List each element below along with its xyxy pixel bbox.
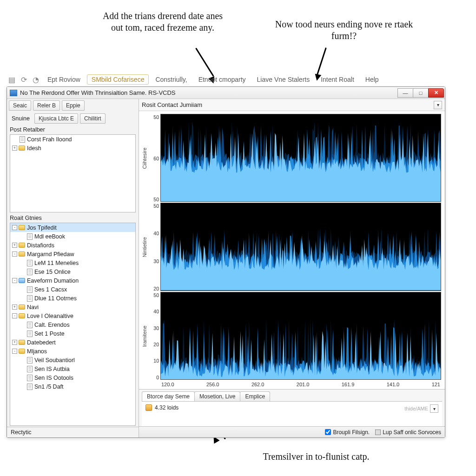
tree-toggle-icon[interactable]: + xyxy=(12,340,17,345)
status-checkbox-1[interactable]: Broupli Filsign. xyxy=(325,429,370,436)
bottom-tab[interactable]: Emplice xyxy=(240,391,270,401)
main-pane: Rosit Contact Jumiiam ▾ Ciihtesire506050… xyxy=(139,99,445,437)
tree-toggle-icon[interactable]: + xyxy=(12,304,17,310)
main-window: No The Rerdond Offer With Thrinsialtion … xyxy=(7,86,445,438)
folder-icon xyxy=(19,225,25,230)
chart-panel: Iramitene50403020100 xyxy=(141,292,441,381)
menu-item[interactable]: Constriully, xyxy=(151,74,192,85)
tree-item[interactable]: Mdl eeBook xyxy=(10,232,135,241)
close-button[interactable]: ✕ xyxy=(428,88,444,98)
menu-item[interactable]: Etnoot cmoparty xyxy=(194,74,251,85)
dropdown-button[interactable]: ▾ xyxy=(430,404,438,413)
document-icon xyxy=(27,357,33,364)
menu-item[interactable]: SMbild Cofarisece xyxy=(87,74,149,85)
tree-item[interactable]: +Navi xyxy=(10,303,135,311)
sidebar-button[interactable]: Kjusica Lbtc E xyxy=(34,113,78,124)
tree-item[interactable]: Ese 15 Onlice xyxy=(10,267,135,276)
tree-item-label: Set 1 Poste xyxy=(34,331,65,337)
shield-icon[interactable]: ◔ xyxy=(31,74,41,85)
tree-toggle-icon[interactable]: - xyxy=(12,278,17,283)
document-icon xyxy=(27,233,33,240)
folder-icon xyxy=(19,278,25,283)
annotation-left: Add the trians drerend date anes out tom… xyxy=(98,10,228,33)
tree-item[interactable]: Veil Soubantiorl xyxy=(10,356,135,364)
maximize-button[interactable]: □ xyxy=(413,88,429,98)
tree-item[interactable]: Sen IS Autbia xyxy=(10,364,135,373)
tree-item[interactable]: -Margarnd Pfiedaw xyxy=(10,250,135,258)
checkbox-icon[interactable] xyxy=(325,429,331,435)
tree-item-label: Navi xyxy=(27,304,39,311)
tree-toggle-icon[interactable]: - xyxy=(12,251,17,257)
xtick-label: 120.0 xyxy=(161,382,174,387)
folder-icon xyxy=(19,145,25,151)
bottom-body-text: 4.32 loids xyxy=(155,404,178,411)
tree-item[interactable]: Sn1 /5 Daft xyxy=(10,382,135,391)
sidebar-button[interactable]: Seaic xyxy=(9,100,31,111)
xtick-label: 161.9 xyxy=(342,382,355,387)
y-axis-label: Ciihtesire xyxy=(141,114,148,203)
bottom-tabs-section: Btorce day Seme Mosetion, Live Emplice 4… xyxy=(139,389,445,426)
tree-item-label: Love I Oleanaltive xyxy=(27,313,73,319)
statusbar: Broupli Filsign. Lup Saff onlic Sorvoces xyxy=(139,426,445,437)
chart-xticks: 120.0256.0262.0201.0161.9141.0121 xyxy=(141,381,441,387)
menu-item[interactable]: Ept Roviow xyxy=(43,74,85,85)
tree-item-label: Calt. Erendos xyxy=(34,322,70,328)
menu-item[interactable]: Help xyxy=(361,74,383,85)
tree-toggle-icon[interactable]: + xyxy=(12,243,17,248)
tree-toggle-icon[interactable]: - xyxy=(12,225,17,230)
document-icon xyxy=(27,322,33,328)
chart-panel: Ciihtesire506050 xyxy=(141,114,441,203)
tree-item[interactable]: +Idesh xyxy=(10,144,135,152)
item-icon xyxy=(145,404,152,411)
tree-item[interactable]: -Love I Oleanaltive xyxy=(10,311,135,320)
menu-item[interactable]: Liave Vne Stalerts xyxy=(252,74,315,85)
tree-item-label: Sen IS Ootools xyxy=(34,375,73,381)
waveform-plot[interactable] xyxy=(160,203,441,291)
chart-title: Rosit Contact Jumiiam xyxy=(142,101,202,108)
sidebar-button[interactable]: Eppie xyxy=(62,100,85,111)
tree-item[interactable]: -Eaveforrn Dumation xyxy=(10,276,135,285)
sidebar-button[interactable]: Chilitirt xyxy=(80,113,106,124)
tree-item[interactable]: +Distafiords xyxy=(10,241,135,250)
tree-item[interactable]: Set 1 Poste xyxy=(10,329,135,338)
annotation-right: Now tood neurs ending nove re rtaek furm… xyxy=(274,19,414,42)
tree-item[interactable]: LeM 11 Menelies xyxy=(10,258,135,267)
document-icon xyxy=(27,269,33,275)
tree-item[interactable]: Corst Frah Iloond xyxy=(10,135,135,144)
sidebar-bottom-tree[interactable]: -Jos TpifeditMdl eeBook+Distafiords-Marg… xyxy=(10,223,136,426)
tree-item[interactable]: Ses 1 Cacsx xyxy=(10,285,135,294)
tree-item[interactable]: Sen IS Ootools xyxy=(10,373,135,382)
y-axis-label: Iramitene xyxy=(141,292,148,381)
tree-toggle-icon[interactable]: + xyxy=(12,145,17,151)
chart-dropdown-button[interactable]: ▾ xyxy=(434,101,442,109)
sidebar-section-label: Roait Gtnies xyxy=(7,213,139,222)
sidebar-top-tree[interactable]: Corst Frah Iloond+Idesh xyxy=(10,134,136,212)
tree-item[interactable]: Calt. Erendos xyxy=(10,320,135,329)
tree-item[interactable]: Dlue 11 Ootrnes xyxy=(10,294,135,303)
application-menubar: ▤ ⟳ ◔ Ept Roviow SMbild Cofarisece Const… xyxy=(7,73,445,86)
tree-item[interactable]: +Datebedert xyxy=(10,338,135,347)
document-icon xyxy=(27,286,33,293)
tree-item[interactable]: -Mljanos xyxy=(10,347,135,356)
status-label: Lup Saff onlic Sorvoces xyxy=(383,429,441,436)
tree-item-label: Idesh xyxy=(27,145,41,152)
refresh-icon[interactable]: ⟳ xyxy=(19,74,29,85)
bottom-tab[interactable]: Mosetion, Live xyxy=(194,391,240,401)
tree-item[interactable]: -Jos Tpifedit xyxy=(10,223,135,232)
folder-icon xyxy=(19,243,25,248)
tree-item-label: Sn1 /5 Daft xyxy=(34,383,64,390)
chart-panel: Nintietire50403020 xyxy=(141,203,441,291)
chart-area: Ciihtesire506050Nintietire50403020Iramit… xyxy=(139,111,445,389)
bottom-tab[interactable]: Btorce day Seme xyxy=(142,391,195,401)
status-checkbox-2[interactable]: Lup Saff onlic Sorvoces xyxy=(375,429,441,436)
tree-toggle-icon[interactable]: - xyxy=(12,349,17,354)
sidebar-button[interactable]: Reler B xyxy=(33,100,60,111)
waveform-plot[interactable] xyxy=(160,114,441,202)
tree-toggle-icon[interactable]: - xyxy=(12,313,17,318)
tree-item-label: LeM 11 Menelies xyxy=(34,260,79,266)
titlebar: No The Rerdond Offer With Thrinsialtion … xyxy=(7,87,445,99)
waveform-plot[interactable] xyxy=(160,292,441,380)
menu-item[interactable]: Intent Roalt xyxy=(316,74,359,85)
minimize-button[interactable]: ― xyxy=(397,88,413,98)
tree-item-label: Jos Tpifedit xyxy=(27,225,57,231)
